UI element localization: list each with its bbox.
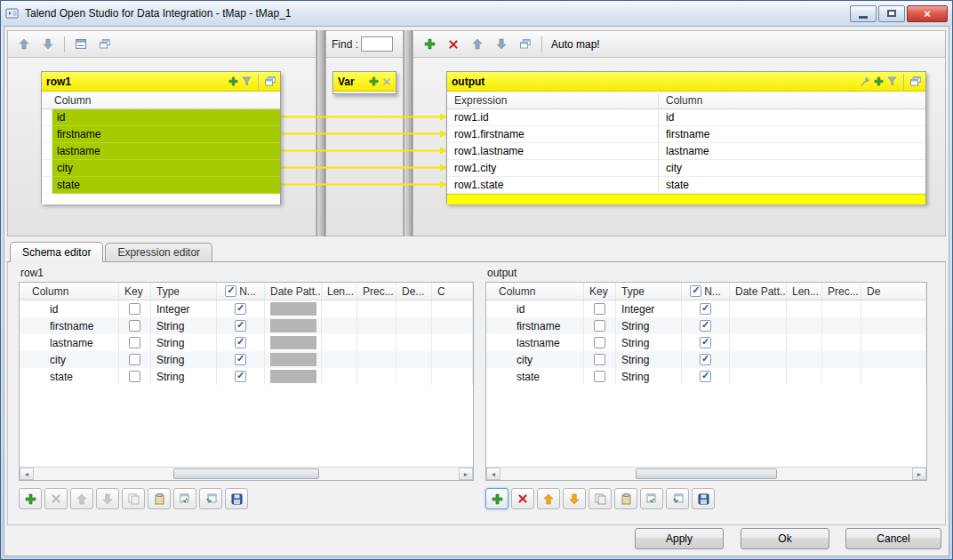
date-pattern-cell[interactable] <box>265 317 322 334</box>
schema-row[interactable]: city String <box>20 351 473 368</box>
header-type[interactable]: Type <box>151 283 217 300</box>
filter-icon[interactable] <box>887 76 897 86</box>
titlebar[interactable]: Talend Open Studio for Data Integration … <box>1 1 952 26</box>
output-column[interactable]: state <box>659 177 925 193</box>
default-cell[interactable] <box>396 334 432 351</box>
nullable-checkbox[interactable] <box>235 371 246 382</box>
remove-row-button[interactable] <box>511 488 534 509</box>
schema-type[interactable]: Integer <box>151 300 217 317</box>
remove-var-icon[interactable] <box>382 77 391 86</box>
restore-output-button[interactable] <box>515 35 536 54</box>
input-row[interactable]: id <box>42 109 280 126</box>
move-output-up-button[interactable] <box>467 35 488 54</box>
output-expression[interactable]: row1.lastname <box>447 143 659 159</box>
automap-button[interactable]: Auto map! <box>548 38 604 51</box>
key-checkbox[interactable] <box>594 303 605 315</box>
header-key[interactable]: Key <box>584 283 616 300</box>
header-nullable[interactable]: N... <box>682 283 730 300</box>
splitter-right[interactable] <box>404 30 412 236</box>
nullable-select-all-checkbox[interactable] <box>690 285 701 297</box>
comment-cell[interactable] <box>432 368 473 385</box>
key-checkbox[interactable] <box>129 303 140 315</box>
schema-column-name[interactable]: state <box>486 368 584 385</box>
export-button[interactable] <box>199 488 222 509</box>
scroll-thumb[interactable] <box>173 468 318 479</box>
header-length[interactable]: Len... <box>787 283 822 300</box>
nullable-checkbox[interactable] <box>235 303 246 315</box>
copy-button[interactable] <box>122 488 145 509</box>
length-cell[interactable] <box>787 300 822 317</box>
apply-button[interactable]: Apply <box>635 528 724 549</box>
schema-type[interactable]: String <box>151 334 217 351</box>
save-button[interactable] <box>225 488 248 509</box>
window-icon[interactable] <box>910 76 921 86</box>
ok-button[interactable]: Ok <box>741 528 829 549</box>
output-expression[interactable]: row1.firstname <box>447 126 659 142</box>
add-column-icon[interactable] <box>228 76 238 86</box>
wrench-icon[interactable] <box>860 76 870 87</box>
nullable-checkbox[interactable] <box>700 320 711 332</box>
move-row-up-button[interactable] <box>70 488 93 509</box>
key-checkbox[interactable] <box>594 371 605 382</box>
nullable-checkbox[interactable] <box>235 337 246 348</box>
paste-button[interactable] <box>614 488 637 509</box>
schema-row[interactable]: lastname String <box>20 334 473 351</box>
comment-cell[interactable] <box>432 300 473 317</box>
header-default[interactable]: De... <box>396 283 432 300</box>
move-row-down-button[interactable] <box>563 488 586 509</box>
move-row-down-button[interactable] <box>96 488 119 509</box>
horizontal-scrollbar[interactable]: ◄ ► <box>20 467 473 480</box>
key-checkbox[interactable] <box>129 354 140 365</box>
restore-tables-button[interactable] <box>94 35 116 54</box>
output-column[interactable]: firstname <box>659 126 925 142</box>
date-pattern-cell[interactable] <box>730 368 787 385</box>
key-checkbox[interactable] <box>129 337 140 348</box>
schema-column-name[interactable]: city <box>20 351 119 368</box>
input-table-header[interactable]: row1 <box>42 72 280 92</box>
input-row-label[interactable]: id <box>52 109 280 126</box>
schema-row[interactable]: firstname String <box>20 317 473 334</box>
tab-expression-editor[interactable]: Expression editor <box>105 243 212 261</box>
schema-column-name[interactable]: lastname <box>486 334 584 351</box>
key-checkbox[interactable] <box>129 320 140 332</box>
precision-cell[interactable] <box>822 334 861 351</box>
header-column[interactable]: Column <box>486 283 584 300</box>
output-column[interactable]: lastname <box>659 143 925 159</box>
add-column-icon[interactable] <box>874 76 884 86</box>
import-button[interactable] <box>173 488 196 509</box>
output-expression[interactable]: row1.id <box>447 109 659 125</box>
scroll-left-button[interactable]: ◄ <box>486 468 501 480</box>
header-length[interactable]: Len... <box>322 283 357 300</box>
output-column[interactable]: city <box>659 160 925 176</box>
length-cell[interactable] <box>322 334 357 351</box>
output-expression[interactable]: row1.city <box>447 160 659 176</box>
input-row-label[interactable]: state <box>52 177 280 194</box>
nullable-checkbox[interactable] <box>235 354 246 365</box>
schema-table-output[interactable]: Column Key Type N... Date Patt... Len...… <box>485 282 927 481</box>
add-var-icon[interactable] <box>369 76 379 86</box>
length-cell[interactable] <box>787 334 822 351</box>
precision-cell[interactable] <box>822 300 861 317</box>
default-cell[interactable] <box>861 300 926 317</box>
schema-column-name[interactable]: id <box>20 300 119 317</box>
schema-column-name[interactable]: state <box>20 368 119 385</box>
precision-cell[interactable] <box>357 317 396 334</box>
schema-type[interactable]: String <box>616 334 682 351</box>
schema-row[interactable]: state String <box>20 368 473 385</box>
default-cell[interactable] <box>396 368 432 385</box>
find-input[interactable] <box>361 36 393 52</box>
schema-row[interactable]: state String <box>486 368 926 385</box>
key-checkbox[interactable] <box>594 337 605 348</box>
comment-cell[interactable] <box>432 351 473 368</box>
schema-type[interactable]: String <box>151 317 217 334</box>
nullable-checkbox[interactable] <box>700 303 711 315</box>
nullable-checkbox[interactable] <box>700 337 711 348</box>
schema-row[interactable]: city String <box>486 351 926 368</box>
key-checkbox[interactable] <box>129 371 140 382</box>
default-cell[interactable] <box>861 351 926 368</box>
var-table-header[interactable]: Var <box>333 72 396 92</box>
length-cell[interactable] <box>322 368 357 385</box>
export-button[interactable] <box>666 488 689 509</box>
schema-type[interactable]: String <box>616 351 682 368</box>
nullable-checkbox[interactable] <box>235 320 246 332</box>
